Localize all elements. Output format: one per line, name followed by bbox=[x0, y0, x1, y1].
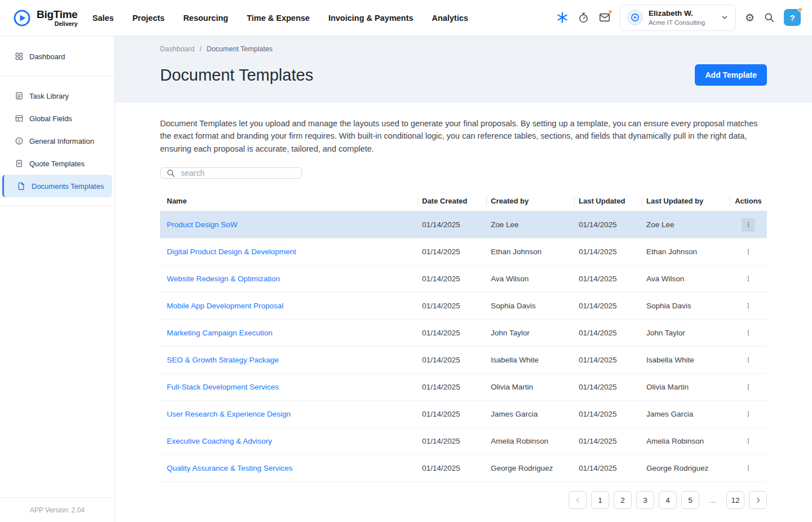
sidebar-divider bbox=[0, 76, 114, 76]
template-name-cell: Mobile App Development Proposal bbox=[160, 302, 418, 310]
nav-item-analytics[interactable]: Analytics bbox=[432, 14, 468, 23]
nav-item-invoicing-payments[interactable]: Invoicing & Payments bbox=[329, 14, 414, 23]
created-by-cell: Isabella White bbox=[486, 356, 574, 364]
sidebar-item-global-fields[interactable]: Global Fields bbox=[0, 107, 114, 130]
last-updated-by-cell: James Garcia bbox=[642, 410, 730, 418]
template-link[interactable]: User Research & Experience Design bbox=[167, 410, 291, 418]
title-row: Document Templates Add Template bbox=[115, 62, 812, 103]
template-link[interactable]: Marketing Campaign Execution bbox=[167, 329, 273, 337]
pagination-page-12[interactable]: 12 bbox=[726, 491, 744, 509]
date-created-cell: 01/14/2025 bbox=[418, 220, 486, 229]
pagination-page-4[interactable]: 4 bbox=[659, 491, 677, 509]
sidebar-item-label: Global Fields bbox=[29, 114, 72, 123]
pagination-page-5[interactable]: 5 bbox=[681, 491, 699, 509]
breadcrumb-current: Document Templates bbox=[207, 45, 273, 53]
pagination-ellipsis: … bbox=[704, 491, 722, 509]
last-updated-by-cell: Amelia Robinson bbox=[642, 437, 730, 445]
templates-table: Name Date Created Created by Last Update… bbox=[160, 191, 767, 482]
info-icon bbox=[15, 136, 24, 145]
topbar-actions: Elizabeth W. Acme IT Consulting ⚙ ? bbox=[556, 5, 812, 31]
sidebar-item-label: Dashboard bbox=[29, 52, 65, 61]
nav-item-projects[interactable]: Projects bbox=[132, 14, 165, 23]
breadcrumb-dashboard-link[interactable]: Dashboard bbox=[160, 45, 194, 53]
row-actions-kebab-icon[interactable] bbox=[742, 326, 755, 340]
search-input[interactable] bbox=[180, 168, 296, 178]
nav-item-sales[interactable]: Sales bbox=[92, 14, 114, 23]
sidebar-item-dashboard[interactable]: Dashboard bbox=[0, 45, 114, 68]
template-name-cell: SEO & Growth Strategy Package bbox=[160, 356, 418, 364]
sidebar-item-general-information[interactable]: General Information bbox=[0, 130, 114, 152]
template-name-cell: Digital Product Design & Development bbox=[160, 247, 418, 256]
actions-cell bbox=[730, 381, 767, 394]
column-header-last-updated-by: Last Updated by bbox=[642, 191, 730, 211]
date-created-cell: 01/14/2025 bbox=[418, 247, 486, 256]
table-row: Digital Product Design & Development 01/… bbox=[160, 238, 767, 266]
mail-notification-dot bbox=[608, 10, 613, 14]
brand-tagline: Delivery bbox=[55, 21, 78, 27]
content-area: Document Templates let you upload and ma… bbox=[115, 103, 812, 522]
pagination-page-1[interactable]: 1 bbox=[591, 491, 609, 509]
ai-sparkle-icon[interactable] bbox=[556, 11, 569, 24]
sidebar-item-task-library[interactable]: Task Library bbox=[0, 85, 114, 107]
sidebar-item-label: General Information bbox=[29, 137, 94, 145]
dashboard-icon bbox=[15, 52, 24, 61]
template-link[interactable]: Product Design SoW bbox=[167, 220, 237, 229]
last-updated-cell: 01/14/2025 bbox=[574, 464, 642, 472]
table-row: Marketing Campaign Execution 01/14/2025 … bbox=[160, 320, 767, 347]
nav-item-time-expense[interactable]: Time & Expense bbox=[247, 14, 310, 23]
row-actions-kebab-icon[interactable] bbox=[742, 218, 755, 232]
template-link[interactable]: Digital Product Design & Development bbox=[167, 247, 296, 256]
template-link[interactable]: Executive Coaching & Advisory bbox=[167, 437, 272, 445]
page-header: Dashboard / Document Templates Document … bbox=[115, 36, 812, 103]
template-link[interactable]: Mobile App Development Proposal bbox=[167, 302, 283, 310]
search-icon bbox=[166, 169, 175, 178]
column-header-name: Name bbox=[160, 191, 418, 211]
actions-cell bbox=[730, 435, 767, 448]
row-actions-kebab-icon[interactable] bbox=[742, 353, 755, 367]
search-icon[interactable] bbox=[764, 12, 775, 23]
last-updated-cell: 01/14/2025 bbox=[574, 383, 642, 391]
row-actions-kebab-icon[interactable] bbox=[742, 299, 755, 313]
actions-cell bbox=[730, 353, 767, 367]
column-header-created-by: Created by bbox=[486, 191, 574, 211]
add-template-button[interactable]: Add Template bbox=[695, 64, 767, 86]
pagination-page-2[interactable]: 2 bbox=[614, 491, 632, 509]
row-actions-kebab-icon[interactable] bbox=[742, 272, 755, 286]
row-actions-kebab-icon[interactable] bbox=[742, 462, 755, 475]
mail-icon[interactable] bbox=[598, 11, 611, 24]
account-switcher[interactable]: Elizabeth W. Acme IT Consulting bbox=[620, 5, 736, 31]
help-icon[interactable]: ? bbox=[784, 9, 801, 26]
table-header-row: Name Date Created Created by Last Update… bbox=[160, 191, 767, 211]
last-updated-by-cell: Olivia Martin bbox=[642, 383, 730, 391]
last-updated-cell: 01/14/2025 bbox=[574, 220, 642, 229]
row-actions-kebab-icon[interactable] bbox=[742, 408, 755, 421]
template-link[interactable]: Quality Assurance & Testing Services bbox=[167, 464, 292, 472]
template-link[interactable]: Full-Stack Development Services bbox=[167, 383, 279, 391]
sidebar-item-documents-templates[interactable]: Documents Templates bbox=[2, 175, 112, 197]
sidebar-item-quote-templates[interactable]: Quote Templates bbox=[0, 152, 114, 175]
page-title: Document Templates bbox=[160, 66, 313, 85]
row-actions-kebab-icon[interactable] bbox=[742, 381, 755, 394]
brand-logo[interactable]: BigTime Delivery bbox=[0, 8, 85, 28]
pagination-prev-icon[interactable] bbox=[569, 491, 587, 509]
chevron-down-icon bbox=[721, 14, 729, 21]
pagination-page-3[interactable]: 3 bbox=[636, 491, 654, 509]
gear-icon[interactable]: ⚙ bbox=[745, 12, 755, 23]
last-updated-cell: 01/14/2025 bbox=[574, 410, 642, 418]
pagination-next-icon[interactable] bbox=[749, 491, 767, 509]
row-actions-kebab-icon[interactable] bbox=[742, 245, 755, 259]
nav-item-resourcing[interactable]: Resourcing bbox=[183, 14, 228, 23]
last-updated-by-cell: Zoe Lee bbox=[642, 220, 730, 229]
last-updated-cell: 01/14/2025 bbox=[574, 437, 642, 445]
row-actions-kebab-icon[interactable] bbox=[742, 435, 755, 448]
actions-cell bbox=[730, 408, 767, 421]
date-created-cell: 01/14/2025 bbox=[418, 302, 486, 310]
actions-cell bbox=[730, 462, 767, 475]
pagination: 1 2 3 4 5 … 12 bbox=[160, 491, 767, 509]
template-link[interactable]: Website Redesign & Optimization bbox=[167, 275, 280, 283]
column-header-actions: Actions bbox=[730, 191, 767, 211]
search-box bbox=[160, 167, 302, 179]
timer-icon[interactable] bbox=[578, 12, 589, 24]
template-name-cell: Product Design SoW bbox=[160, 220, 418, 229]
template-link[interactable]: SEO & Growth Strategy Package bbox=[167, 356, 279, 364]
